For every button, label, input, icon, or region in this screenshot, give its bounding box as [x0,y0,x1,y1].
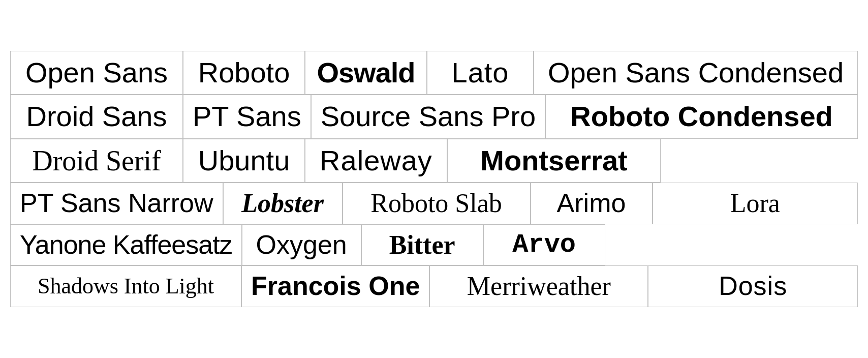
font-cell-source-sans-pro[interactable]: Source Sans Pro [311,95,545,138]
font-label-shadows: Shadows Into Light [38,274,214,300]
font-label-open-sans-condensed: Open Sans Condensed [548,56,844,89]
font-cell-lato[interactable]: Lato [427,51,534,95]
font-cell-yanone[interactable]: Yanone Kaffeesatz [10,224,242,266]
font-label-arimo: Arimo [557,188,626,219]
font-cell-roboto[interactable]: Roboto [183,51,305,95]
font-cell-lobster[interactable]: Lobster [223,183,343,224]
font-label-lato: Lato [452,56,509,89]
font-cell-droid-sans[interactable]: Droid Sans [10,95,183,138]
font-grid: Open Sans Roboto Oswald Lato Open Sans C… [10,51,858,308]
font-cell-oswald[interactable]: Oswald [305,51,427,95]
font-row-5-spacer [605,224,858,266]
font-label-roboto-slab: Roboto Slab [370,188,502,219]
font-label-montserrat: Montserrat [480,144,627,177]
font-row-4: PT Sans Narrow Lobster Roboto Slab Arimo… [10,183,858,224]
font-label-oxygen: Oxygen [256,230,347,260]
font-cell-open-sans[interactable]: Open Sans [10,51,183,95]
font-label-lobster: Lobster [241,188,324,219]
font-cell-lora[interactable]: Lora [653,183,858,224]
font-cell-roboto-condensed[interactable]: Roboto Condensed [545,95,858,138]
font-label-yanone: Yanone Kaffeesatz [20,230,232,260]
font-label-bitter: Bitter [389,230,455,260]
font-cell-arimo[interactable]: Arimo [531,183,653,224]
font-label-ubuntu: Ubuntu [198,144,290,177]
font-label-arvo: Arvo [512,230,576,260]
font-row-1: Open Sans Roboto Oswald Lato Open Sans C… [10,51,858,95]
font-label-raleway: Raleway [320,144,432,177]
font-cell-oxygen[interactable]: Oxygen [242,224,361,266]
font-label-droid-serif: Droid Serif [32,144,161,177]
font-label-source-sans-pro: Source Sans Pro [321,100,536,133]
font-label-francois: Francois One [251,271,420,302]
font-label-lora: Lora [730,188,780,219]
font-cell-bitter[interactable]: Bitter [361,224,483,266]
font-cell-ubuntu[interactable]: Ubuntu [183,139,305,183]
font-cell-open-sans-condensed[interactable]: Open Sans Condensed [534,51,858,95]
font-label-pt-sans-narrow: PT Sans Narrow [20,188,213,219]
font-row-3: Droid Serif Ubuntu Raleway Montserrat [10,139,858,183]
font-cell-roboto-slab[interactable]: Roboto Slab [343,183,531,224]
font-cell-francois[interactable]: Francois One [241,265,429,307]
font-cell-pt-sans-narrow[interactable]: PT Sans Narrow [10,183,223,224]
font-row-5: Yanone Kaffeesatz Oxygen Bitter Arvo [10,224,858,266]
font-cell-dosis[interactable]: Dosis [648,265,858,307]
font-cell-arvo[interactable]: Arvo [483,224,605,266]
font-label-dosis: Dosis [719,271,787,302]
font-label-oswald: Oswald [317,56,415,89]
font-label-open-sans: Open Sans [25,56,168,89]
font-label-droid-sans: Droid Sans [26,100,167,133]
font-label-pt-sans: PT Sans [193,100,301,133]
font-cell-pt-sans[interactable]: PT Sans [183,95,311,138]
font-cell-raleway[interactable]: Raleway [305,139,447,183]
font-row-6: Shadows Into Light Francois One Merriwea… [10,265,858,307]
font-row-3-spacer [661,139,858,183]
font-cell-merriweather[interactable]: Merriweather [429,265,648,307]
font-cell-montserrat[interactable]: Montserrat [447,139,661,183]
font-label-roboto: Roboto [198,56,290,89]
font-cell-droid-serif[interactable]: Droid Serif [10,139,183,183]
font-label-roboto-condensed: Roboto Condensed [570,100,832,133]
font-row-2: Droid Sans PT Sans Source Sans Pro Robot… [10,95,858,138]
font-label-merriweather: Merriweather [467,271,611,302]
font-cell-shadows[interactable]: Shadows Into Light [10,265,241,307]
